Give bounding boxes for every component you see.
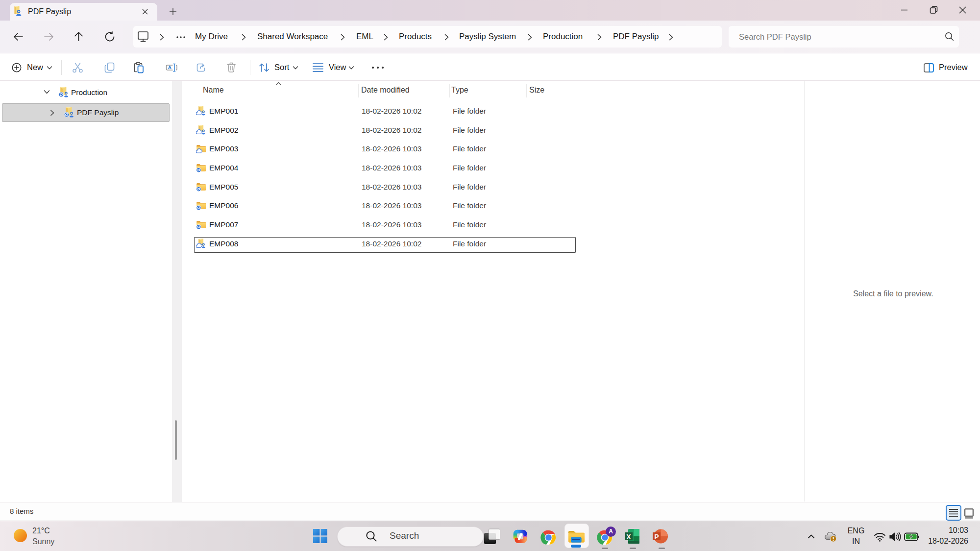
- svg-text:X: X: [626, 533, 631, 541]
- svg-text:P: P: [654, 533, 659, 541]
